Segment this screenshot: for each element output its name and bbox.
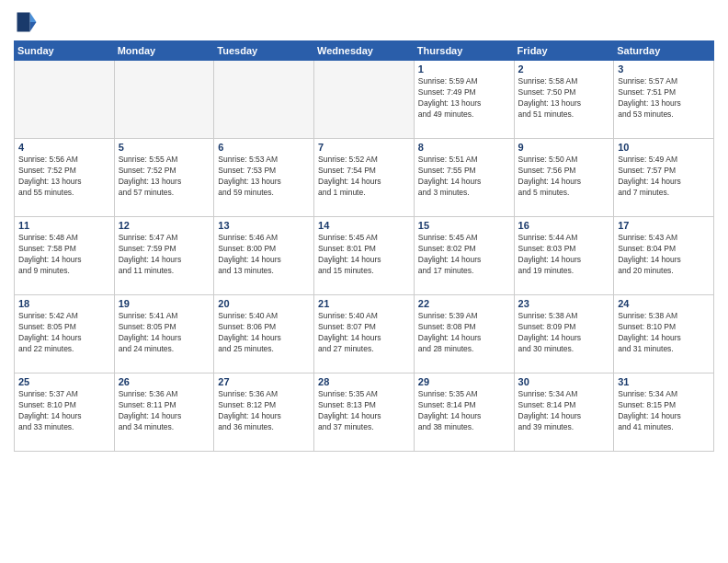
day-info: Sunrise: 5:49 AM Sunset: 7:57 PM Dayligh… xyxy=(618,155,710,199)
day-cell: 26Sunrise: 5:36 AM Sunset: 8:11 PM Dayli… xyxy=(114,373,214,452)
day-cell xyxy=(15,61,115,139)
day-number: 10 xyxy=(618,142,710,153)
day-info: Sunrise: 5:48 AM Sunset: 7:58 PM Dayligh… xyxy=(18,233,110,277)
week-row-4: 18Sunrise: 5:42 AM Sunset: 8:05 PM Dayli… xyxy=(15,295,714,373)
week-row-3: 11Sunrise: 5:48 AM Sunset: 7:58 PM Dayli… xyxy=(15,217,714,295)
day-cell xyxy=(114,61,214,139)
week-row-5: 25Sunrise: 5:37 AM Sunset: 8:10 PM Dayli… xyxy=(15,373,714,452)
day-number: 8 xyxy=(418,142,510,153)
day-cell: 4Sunrise: 5:56 AM Sunset: 7:52 PM Daylig… xyxy=(15,139,115,217)
day-cell: 22Sunrise: 5:39 AM Sunset: 8:08 PM Dayli… xyxy=(414,295,514,373)
page: Sunday Monday Tuesday Wednesday Thursday… xyxy=(0,0,728,563)
day-info: Sunrise: 5:38 AM Sunset: 8:09 PM Dayligh… xyxy=(518,311,610,355)
day-cell: 8Sunrise: 5:51 AM Sunset: 7:55 PM Daylig… xyxy=(414,139,514,217)
calendar: Sunday Monday Tuesday Wednesday Thursday… xyxy=(14,40,714,452)
day-number: 16 xyxy=(518,220,610,231)
day-number: 21 xyxy=(318,298,410,309)
day-info: Sunrise: 5:45 AM Sunset: 8:01 PM Dayligh… xyxy=(318,233,410,277)
header xyxy=(14,9,714,35)
day-cell: 3Sunrise: 5:57 AM Sunset: 7:51 PM Daylig… xyxy=(614,61,714,139)
day-info: Sunrise: 5:44 AM Sunset: 8:03 PM Dayligh… xyxy=(518,233,610,277)
day-cell: 15Sunrise: 5:45 AM Sunset: 8:02 PM Dayli… xyxy=(414,217,514,295)
day-info: Sunrise: 5:39 AM Sunset: 8:08 PM Dayligh… xyxy=(418,311,510,355)
col-friday: Friday xyxy=(514,41,614,61)
day-number: 26 xyxy=(119,376,210,387)
day-number: 17 xyxy=(618,220,710,231)
day-cell: 28Sunrise: 5:35 AM Sunset: 8:13 PM Dayli… xyxy=(314,373,415,452)
svg-marker-0 xyxy=(30,13,37,23)
day-number: 11 xyxy=(18,220,110,231)
day-info: Sunrise: 5:55 AM Sunset: 7:52 PM Dayligh… xyxy=(119,155,210,199)
week-row-2: 4Sunrise: 5:56 AM Sunset: 7:52 PM Daylig… xyxy=(15,139,714,217)
day-info: Sunrise: 5:52 AM Sunset: 7:54 PM Dayligh… xyxy=(318,155,410,199)
col-monday: Monday xyxy=(114,41,214,61)
col-tuesday: Tuesday xyxy=(214,41,314,61)
header-row: Sunday Monday Tuesday Wednesday Thursday… xyxy=(15,41,714,61)
day-info: Sunrise: 5:51 AM Sunset: 7:55 PM Dayligh… xyxy=(418,155,510,199)
day-number: 9 xyxy=(518,142,610,153)
day-info: Sunrise: 5:36 AM Sunset: 8:11 PM Dayligh… xyxy=(119,389,210,433)
day-number: 2 xyxy=(518,63,610,75)
day-number: 3 xyxy=(618,63,710,75)
day-info: Sunrise: 5:42 AM Sunset: 8:05 PM Dayligh… xyxy=(18,311,110,355)
day-cell: 20Sunrise: 5:40 AM Sunset: 8:06 PM Dayli… xyxy=(214,295,314,373)
day-info: Sunrise: 5:43 AM Sunset: 8:04 PM Dayligh… xyxy=(618,233,710,277)
day-number: 24 xyxy=(618,298,710,309)
day-cell: 12Sunrise: 5:47 AM Sunset: 7:59 PM Dayli… xyxy=(114,217,214,295)
day-info: Sunrise: 5:53 AM Sunset: 7:53 PM Dayligh… xyxy=(218,155,310,199)
day-cell: 11Sunrise: 5:48 AM Sunset: 7:58 PM Dayli… xyxy=(15,217,115,295)
day-cell: 6Sunrise: 5:53 AM Sunset: 7:53 PM Daylig… xyxy=(214,139,314,217)
col-sunday: Sunday xyxy=(15,41,115,61)
day-number: 28 xyxy=(318,376,410,387)
day-info: Sunrise: 5:50 AM Sunset: 7:56 PM Dayligh… xyxy=(518,155,610,199)
day-cell: 7Sunrise: 5:52 AM Sunset: 7:54 PM Daylig… xyxy=(314,139,415,217)
day-info: Sunrise: 5:40 AM Sunset: 8:07 PM Dayligh… xyxy=(318,311,410,355)
day-info: Sunrise: 5:40 AM Sunset: 8:06 PM Dayligh… xyxy=(218,311,310,355)
day-number: 27 xyxy=(218,376,310,387)
day-cell: 31Sunrise: 5:34 AM Sunset: 8:15 PM Dayli… xyxy=(614,373,714,452)
day-info: Sunrise: 5:35 AM Sunset: 8:13 PM Dayligh… xyxy=(318,389,410,433)
svg-rect-2 xyxy=(17,13,30,32)
day-info: Sunrise: 5:35 AM Sunset: 8:14 PM Dayligh… xyxy=(418,389,510,433)
col-wednesday: Wednesday xyxy=(314,41,415,61)
day-cell: 27Sunrise: 5:36 AM Sunset: 8:12 PM Dayli… xyxy=(214,373,314,452)
day-number: 5 xyxy=(119,142,210,153)
day-number: 12 xyxy=(119,220,210,231)
day-cell: 2Sunrise: 5:58 AM Sunset: 7:50 PM Daylig… xyxy=(514,61,614,139)
day-cell: 14Sunrise: 5:45 AM Sunset: 8:01 PM Dayli… xyxy=(314,217,415,295)
day-number: 13 xyxy=(218,220,310,231)
col-thursday: Thursday xyxy=(414,41,514,61)
day-cell: 19Sunrise: 5:41 AM Sunset: 8:05 PM Dayli… xyxy=(114,295,214,373)
day-cell: 16Sunrise: 5:44 AM Sunset: 8:03 PM Dayli… xyxy=(514,217,614,295)
day-number: 23 xyxy=(518,298,610,309)
day-info: Sunrise: 5:47 AM Sunset: 7:59 PM Dayligh… xyxy=(119,233,210,277)
day-cell: 25Sunrise: 5:37 AM Sunset: 8:10 PM Dayli… xyxy=(15,373,115,452)
logo-icon xyxy=(14,9,40,35)
day-info: Sunrise: 5:34 AM Sunset: 8:14 PM Dayligh… xyxy=(518,389,610,433)
day-number: 19 xyxy=(119,298,210,309)
day-number: 7 xyxy=(318,142,410,153)
day-cell xyxy=(214,61,314,139)
day-number: 22 xyxy=(418,298,510,309)
day-number: 30 xyxy=(518,376,610,387)
day-number: 4 xyxy=(18,142,110,153)
col-saturday: Saturday xyxy=(614,41,714,61)
day-cell: 29Sunrise: 5:35 AM Sunset: 8:14 PM Dayli… xyxy=(414,373,514,452)
day-number: 14 xyxy=(318,220,410,231)
day-cell: 5Sunrise: 5:55 AM Sunset: 7:52 PM Daylig… xyxy=(114,139,214,217)
day-number: 1 xyxy=(418,63,510,75)
day-info: Sunrise: 5:56 AM Sunset: 7:52 PM Dayligh… xyxy=(18,155,110,199)
day-cell: 30Sunrise: 5:34 AM Sunset: 8:14 PM Dayli… xyxy=(514,373,614,452)
day-cell: 17Sunrise: 5:43 AM Sunset: 8:04 PM Dayli… xyxy=(614,217,714,295)
day-cell xyxy=(314,61,415,139)
day-cell: 18Sunrise: 5:42 AM Sunset: 8:05 PM Dayli… xyxy=(15,295,115,373)
svg-marker-1 xyxy=(30,22,37,32)
day-cell: 24Sunrise: 5:38 AM Sunset: 8:10 PM Dayli… xyxy=(614,295,714,373)
day-number: 6 xyxy=(218,142,310,153)
day-cell: 23Sunrise: 5:38 AM Sunset: 8:09 PM Dayli… xyxy=(514,295,614,373)
day-info: Sunrise: 5:41 AM Sunset: 8:05 PM Dayligh… xyxy=(119,311,210,355)
day-number: 31 xyxy=(618,376,710,387)
day-number: 18 xyxy=(18,298,110,309)
logo xyxy=(14,9,43,35)
day-info: Sunrise: 5:57 AM Sunset: 7:51 PM Dayligh… xyxy=(618,76,710,121)
